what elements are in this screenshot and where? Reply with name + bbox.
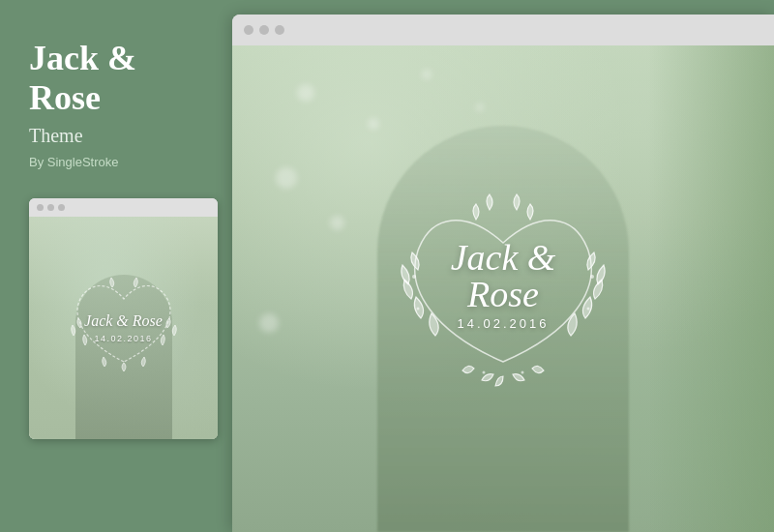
center-overlay: Jack & Rose 14.02.2016 — [232, 45, 774, 532]
svg-point-2 — [417, 307, 420, 310]
main-names-in-wreath: Jack & Rose 14.02.2016 — [450, 248, 556, 330]
thumbnail-text-overlay: Jack & Rose 14.02.2016 — [29, 217, 218, 439]
theme-author: By SingleStroke — [29, 155, 203, 169]
svg-point-0 — [412, 275, 416, 279]
svg-point-4 — [483, 370, 486, 373]
thumbnail-wreath: Jack & Rose 14.02.2016 — [29, 217, 218, 439]
main-date: 14.02.2016 — [450, 315, 556, 330]
theme-subtitle: Theme — [29, 125, 203, 147]
dot-3 — [58, 204, 65, 211]
dot-2 — [47, 204, 54, 211]
svg-point-5 — [521, 370, 524, 373]
thumbnail-browser-bar — [29, 198, 218, 217]
thumbnail-browser: Jack & Rose 14.02.2016 — [29, 198, 218, 439]
svg-point-1 — [590, 275, 594, 279]
main-dot-2 — [259, 25, 269, 35]
theme-title: Jack & Rose — [29, 39, 203, 119]
title-line1: Jack & — [29, 39, 136, 77]
main-browser: Jack & Rose 14.02.2016 — [232, 15, 774, 532]
title-line2: Rose — [29, 78, 101, 117]
svg-point-3 — [587, 307, 590, 310]
thumbnail-image: Jack & Rose 14.02.2016 — [29, 217, 218, 439]
main-couple-names: Jack & Rose — [450, 238, 556, 311]
main-dot-3 — [275, 25, 284, 35]
main-browser-bar — [232, 15, 774, 45]
thumbnail-couple-names: Jack & Rose — [84, 312, 163, 330]
thumbnail-date: 14.02.2016 — [94, 334, 152, 343]
dot-1 — [37, 204, 44, 211]
main-dot-1 — [244, 25, 253, 35]
left-panel: Jack & Rose Theme By SingleStroke — [0, 0, 232, 532]
main-content: Jack & Rose 14.02.2016 — [232, 45, 774, 532]
main-wreath-container: Jack & Rose 14.02.2016 — [397, 183, 610, 396]
